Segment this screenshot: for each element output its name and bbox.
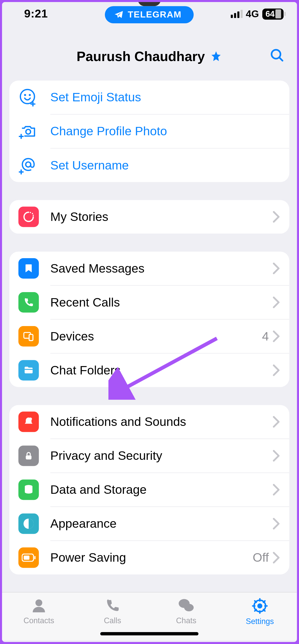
- search-icon: [269, 47, 285, 64]
- settings-icon: [251, 597, 269, 615]
- settings-group: Notifications and Sounds Privacy and Sec…: [9, 405, 289, 575]
- page-header: Paurush Chaudhary: [2, 42, 297, 71]
- row-label: Recent Calls: [50, 295, 272, 309]
- phone-icon: [18, 292, 39, 313]
- chevron-right-icon: [272, 552, 280, 564]
- tab-label: Chats: [176, 616, 196, 625]
- svg-point-11: [29, 418, 32, 420]
- battery-percent: 64: [266, 9, 275, 18]
- privacy-row[interactable]: Privacy and Security: [9, 439, 289, 472]
- chat-group: Saved Messages Recent Calls Devices 4: [9, 252, 289, 387]
- svg-point-21: [184, 604, 194, 611]
- tab-label: Contacts: [24, 616, 54, 625]
- saved-messages-row[interactable]: Saved Messages: [9, 252, 289, 285]
- set-username-row[interactable]: Set Username: [9, 148, 289, 182]
- bell-icon: [18, 412, 39, 432]
- appearance-row[interactable]: Appearance: [9, 507, 289, 540]
- tab-settings[interactable]: Settings: [223, 592, 297, 640]
- profile-actions-group: Set Emoji Status Change Profile Photo Se…: [9, 81, 289, 182]
- stories-group: My Stories: [9, 200, 289, 234]
- data-storage-row[interactable]: Data and Storage: [9, 473, 289, 506]
- row-label: Set Emoji Status: [50, 90, 281, 104]
- chevron-right-icon: [272, 416, 280, 428]
- svg-line-1: [279, 58, 283, 61]
- tab-label: Settings: [246, 617, 274, 626]
- row-label: Notifications and Sounds: [50, 415, 272, 429]
- row-label: Chat Folders: [50, 363, 272, 377]
- stories-icon: [18, 207, 39, 227]
- row-label: Data and Storage: [50, 483, 272, 497]
- telegram-icon: [114, 10, 124, 20]
- network-type: 4G: [246, 8, 259, 20]
- devices-row[interactable]: Devices 4: [9, 319, 289, 353]
- chevron-right-icon: [272, 211, 280, 223]
- row-label: Change Profile Photo: [50, 124, 281, 138]
- contacts-icon: [30, 597, 47, 614]
- tab-contacts[interactable]: Contacts: [2, 592, 76, 640]
- chevron-right-icon: [272, 450, 280, 462]
- svg-point-6: [26, 162, 31, 167]
- row-label: Set Username: [50, 158, 281, 172]
- row-label: Saved Messages: [50, 261, 272, 275]
- svg-point-23: [258, 604, 261, 608]
- search-button[interactable]: [269, 47, 285, 65]
- svg-rect-17: [24, 556, 30, 560]
- change-profile-photo-row[interactable]: Change Profile Photo: [9, 115, 289, 148]
- row-label: Devices: [50, 329, 262, 343]
- database-icon: [18, 480, 39, 500]
- bookmark-icon: [18, 258, 39, 279]
- battery-indicator: 64: [262, 8, 284, 20]
- return-to-app-pill[interactable]: TELEGRAM: [105, 6, 194, 23]
- smiley-plus-icon: [18, 88, 38, 107]
- chat-folders-row[interactable]: Chat Folders: [9, 353, 289, 387]
- devices-icon: [18, 326, 39, 347]
- power-saving-row[interactable]: Power Saving Off: [9, 541, 289, 574]
- row-label: Privacy and Security: [50, 449, 272, 463]
- status-time: 9:21: [24, 7, 48, 21]
- svg-point-4: [29, 94, 30, 95]
- chevron-right-icon: [272, 330, 280, 342]
- row-label: Power Saving: [50, 551, 253, 565]
- svg-rect-8: [29, 334, 33, 340]
- signal-icon: [231, 10, 242, 18]
- svg-point-3: [25, 94, 25, 95]
- set-emoji-status-row[interactable]: Set Emoji Status: [9, 81, 289, 114]
- svg-point-19: [35, 599, 42, 606]
- chevron-right-icon: [272, 484, 280, 496]
- notifications-row[interactable]: Notifications and Sounds: [9, 405, 289, 439]
- row-value: 4: [262, 329, 269, 343]
- chevron-right-icon: [272, 518, 280, 530]
- contrast-icon: [18, 514, 39, 534]
- svg-point-5: [26, 129, 31, 134]
- page-title: Paurush Chaudhary: [77, 49, 205, 64]
- at-plus-icon: [18, 156, 38, 175]
- calls-icon: [104, 597, 121, 614]
- svg-point-2: [20, 89, 34, 104]
- battery-icon: [18, 547, 39, 568]
- premium-star-icon: [210, 50, 222, 63]
- my-stories-row[interactable]: My Stories: [9, 200, 289, 234]
- tab-label: Calls: [104, 616, 121, 625]
- svg-rect-10: [25, 369, 32, 370]
- chevron-right-icon: [272, 364, 280, 376]
- folder-icon: [18, 360, 39, 381]
- chevron-right-icon: [272, 296, 280, 308]
- app-pill-label: TELEGRAM: [128, 9, 181, 20]
- lock-icon: [18, 446, 39, 466]
- svg-rect-16: [34, 556, 36, 559]
- chevron-right-icon: [272, 262, 280, 274]
- recent-calls-row[interactable]: Recent Calls: [9, 286, 289, 319]
- tab-bar: Contacts Calls Chats Settings: [2, 592, 297, 640]
- row-label: Appearance: [50, 517, 272, 531]
- camera-plus-icon: [18, 122, 38, 141]
- row-value: Off: [253, 551, 269, 565]
- svg-rect-12: [26, 455, 32, 459]
- home-indicator[interactable]: [100, 632, 199, 635]
- row-label: My Stories: [50, 210, 272, 224]
- chats-icon: [177, 597, 196, 614]
